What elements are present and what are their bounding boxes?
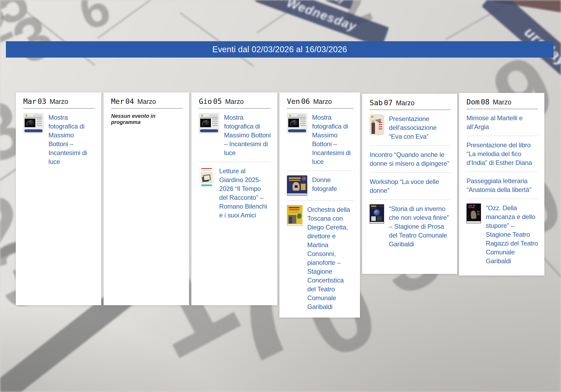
event-item: Donne fotografe bbox=[287, 175, 354, 196]
event-separator bbox=[467, 136, 538, 136]
background-number: 2 bbox=[326, 0, 378, 39]
day-underline bbox=[370, 110, 451, 110]
event-link[interactable]: Letture al Giardino 2025-2026 “Il Tempo … bbox=[219, 167, 271, 220]
event-link[interactable]: Mostra fotografica di Massimo Bottoni – … bbox=[224, 113, 271, 157]
poster-art bbox=[374, 209, 380, 216]
day-underline bbox=[23, 108, 95, 109]
day-number: 05 bbox=[213, 97, 222, 105]
event-thumbnail-donne-poster[interactable] bbox=[287, 175, 307, 196]
day-column-mer-04: Mer 04 Marzo Nessun evento in programma bbox=[104, 92, 189, 305]
event-link[interactable]: Mimose al Martelli e all’Argia bbox=[467, 114, 538, 131]
poster-art bbox=[37, 119, 42, 127]
event-thumbnail-eva-poster[interactable] bbox=[370, 114, 384, 135]
day-column-sab-07: Sab 07 Marzo Presentazione dell’associaz… bbox=[362, 94, 457, 274]
event-link[interactable]: Donne fotografe bbox=[312, 175, 354, 196]
day-header: Mar 03 Marzo bbox=[23, 97, 95, 105]
event-thumbnail-bottoni-poster[interactable] bbox=[287, 113, 307, 133]
event-separator bbox=[370, 172, 451, 173]
event-item: Mimose al Martelli e all’Argia bbox=[467, 114, 538, 131]
event-item: Workshop “La voce delle donne” bbox=[370, 177, 451, 195]
day-abbr: Dom bbox=[467, 98, 480, 106]
day-number: 07 bbox=[384, 99, 393, 107]
poster-art bbox=[300, 119, 306, 127]
page-title: Eventi dal 02/03/2026 al 16/03/2026 bbox=[212, 45, 347, 54]
calendar-grid-line bbox=[445, 0, 534, 40]
event-separator bbox=[370, 145, 451, 146]
month-label: Marzo bbox=[50, 98, 68, 105]
poster-art bbox=[25, 119, 35, 127]
event-separator bbox=[287, 200, 354, 201]
poster-art bbox=[201, 172, 213, 183]
day-column-ven-06: Ven 06 Marzo Mostra fotografica di Massi… bbox=[279, 92, 360, 318]
day-header: Mer 04 Marzo bbox=[111, 97, 183, 105]
day-abbr: Sab bbox=[370, 99, 383, 107]
event-link[interactable]: Passeggiata letteraria “Anatomia della l… bbox=[467, 176, 538, 194]
event-item: Letture al Giardino 2025-2026 “Il Tempo … bbox=[199, 167, 271, 220]
event-item: “Storia di un inverno che non voleva fin… bbox=[370, 204, 451, 248]
poster-art bbox=[470, 210, 476, 219]
event-link[interactable]: Orchestra della Toscana con Diego Cerett… bbox=[307, 205, 354, 311]
poster-art bbox=[302, 176, 306, 180]
event-link[interactable]: Presentazione del libro “La melodia del … bbox=[467, 141, 538, 167]
event-link[interactable]: Mostra fotografica di Massimo Bottoni – … bbox=[48, 113, 95, 166]
event-separator bbox=[467, 199, 538, 199]
event-separator bbox=[467, 172, 538, 172]
day-number: 06 bbox=[301, 97, 310, 105]
event-item: Mostra fotografica di Massimo Bottoni – … bbox=[23, 113, 95, 166]
poster-art bbox=[287, 224, 302, 226]
poster-art bbox=[200, 119, 211, 127]
month-label: Marzo bbox=[313, 98, 332, 105]
poster-art bbox=[379, 122, 382, 131]
poster-art bbox=[288, 215, 296, 224]
event-thumbnail-storia-poster[interactable] bbox=[370, 204, 384, 224]
day-header: Sab 07 Marzo bbox=[370, 99, 451, 107]
poster-art bbox=[212, 119, 218, 127]
poster-art bbox=[371, 216, 376, 221]
event-item: Presentazione dell’associazione “Eva con… bbox=[370, 114, 451, 141]
poster-art bbox=[288, 119, 299, 127]
event-item: OZ “Ozz. Della mancanza e dello stupore”… bbox=[467, 203, 538, 265]
event-thumbnail-orchestra-poster[interactable] bbox=[287, 205, 302, 226]
event-link[interactable]: “Ozz. Della mancanza e dello stupore” – … bbox=[486, 203, 538, 265]
event-thumbnail-letture-poster[interactable] bbox=[199, 167, 214, 187]
event-thumbnail-bottoni-poster[interactable] bbox=[199, 113, 219, 133]
calendar-grid-line bbox=[256, 0, 333, 33]
poster-art bbox=[477, 211, 480, 215]
event-item: Mostra fotografica di Massimo Bottoni – … bbox=[199, 113, 271, 157]
poster-art bbox=[297, 213, 301, 219]
day-number: 08 bbox=[481, 98, 490, 106]
calendar-ribbon-wednesday: Wednesday bbox=[255, 0, 389, 48]
event-thumbnail-bottoni-poster[interactable] bbox=[23, 113, 44, 133]
day-underline bbox=[467, 109, 538, 109]
event-link[interactable]: Mostra fotografica di Massimo Bottoni – … bbox=[312, 113, 354, 166]
day-column-mar-03: Mar 03 Marzo Mostra fotografica di Massi… bbox=[16, 92, 101, 305]
day-underline bbox=[111, 108, 183, 109]
no-events-message: Nessun evento in programma bbox=[111, 113, 183, 125]
event-thumbnail-ozz-poster[interactable]: OZ bbox=[467, 203, 481, 223]
calendar-ribbon-fragment: ay bbox=[325, 0, 354, 10]
calendar-grid-line bbox=[180, 12, 254, 67]
ribbon-label: Wednesday bbox=[285, 0, 359, 34]
photo-corner-shadow bbox=[493, 0, 561, 20]
poster-art bbox=[377, 216, 382, 221]
event-separator bbox=[199, 162, 271, 162]
event-item: Orchestra della Toscana con Diego Cerett… bbox=[287, 205, 354, 311]
calendar-grid-line bbox=[97, 0, 176, 39]
event-item: Incontro “Quando anche le donne si miser… bbox=[370, 150, 451, 168]
event-link[interactable]: Incontro “Quando anche le donne si miser… bbox=[370, 150, 451, 168]
events-page: 5 6 3 2 3 2 3 1 7 0 3 2 9 0 Wednesday ay… bbox=[0, 0, 561, 392]
event-link[interactable]: Workshop “La voce delle donne” bbox=[370, 177, 451, 195]
day-number: 03 bbox=[37, 97, 46, 105]
day-header: Dom 08 Marzo bbox=[467, 98, 538, 106]
poster-art bbox=[24, 129, 43, 132]
event-link[interactable]: Presentazione dell’associazione “Eva con… bbox=[389, 114, 451, 141]
background-number: 6 bbox=[73, 0, 116, 38]
event-item: Passeggiata letteraria “Anatomia della l… bbox=[467, 176, 538, 194]
event-link[interactable]: “Storia di un inverno che non voleva fin… bbox=[389, 204, 451, 248]
month-label: Marzo bbox=[493, 98, 511, 106]
background-number: 5 bbox=[0, 0, 36, 35]
day-column-dom-08: Dom 08 Marzo Mimose al Martelli e all’Ar… bbox=[459, 93, 544, 276]
poster-art bbox=[201, 184, 212, 186]
month-label: Marzo bbox=[396, 99, 414, 107]
month-label: Marzo bbox=[225, 98, 244, 105]
